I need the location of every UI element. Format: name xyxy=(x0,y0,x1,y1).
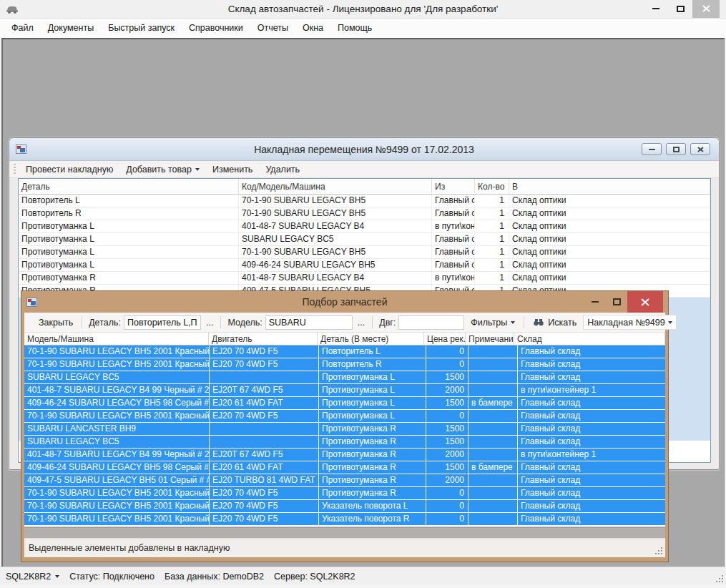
column-header[interactable]: Модель/Машина xyxy=(24,333,209,346)
table-cell: 1500 xyxy=(426,423,468,435)
table-cell: 401-48-7 SUBARU LEGACY B4 xyxy=(239,220,432,233)
column-header[interactable]: Примечание xyxy=(466,333,514,346)
table-cell: Противотуманка L xyxy=(319,397,426,409)
table-cell: Противотуманка L xyxy=(19,233,239,246)
picker-titlebar[interactable]: Подбор запчастей xyxy=(21,291,668,313)
table-row[interactable]: 70-1-90 SUBARU LEGACY BH5 2001 Красный #… xyxy=(24,487,665,499)
server-selector-dropdown[interactable]: SQL2K8R2 xyxy=(6,572,59,582)
invoice-toolbar: Провести накладную Добавить товар Измени… xyxy=(9,161,719,178)
minimize-button[interactable] xyxy=(644,0,668,18)
table-cell: 70-1-90 SUBARU LEGACY BH5 2001 Красный #… xyxy=(24,410,209,422)
menu-item[interactable]: Помощь xyxy=(330,19,379,38)
table-row[interactable]: Противотуманка LSUBARU LEGACY BC5Главный… xyxy=(19,233,710,246)
table-row[interactable]: Противотуманка L401-48-7 SUBARU LEGACY B… xyxy=(19,220,710,233)
close-icon xyxy=(697,147,704,152)
column-header[interactable]: Цена рек. xyxy=(424,333,466,346)
table-cell: Главный склад xyxy=(518,513,665,525)
maximize-button[interactable] xyxy=(668,0,692,18)
menu-item[interactable]: Файл xyxy=(4,19,41,38)
column-header[interactable]: Кол-во xyxy=(475,179,509,195)
table-cell: Главный склад xyxy=(518,346,665,358)
detail-browse-button[interactable]: ... xyxy=(201,315,218,330)
table-row[interactable]: 70-1-90 SUBARU LEGACY BH5 2001 Красный #… xyxy=(24,358,665,371)
table-row[interactable]: 70-1-90 SUBARU LEGACY BH5 2001 Красный #… xyxy=(24,513,665,525)
toolbar-separator xyxy=(372,316,373,328)
table-row[interactable]: 409-46-24 SUBARU LEGACY BH5 98 Серый # #… xyxy=(24,461,665,474)
column-header[interactable]: Код/Модель/Машина xyxy=(239,179,432,195)
detail-input[interactable] xyxy=(124,315,201,330)
chevron-down-icon xyxy=(55,575,59,578)
table-row[interactable]: SUBARU LEGACY BC5Противотуманка L1500Гла… xyxy=(24,371,665,383)
table-row[interactable]: 409-46-24 SUBARU LEGACY BH5 98 Серый # #… xyxy=(24,397,665,409)
add-item-button[interactable]: Добавить товар xyxy=(119,162,206,177)
table-cell: 1500 xyxy=(426,436,468,448)
invoice-restore-button[interactable] xyxy=(666,143,686,155)
table-cell: Противотуманка L xyxy=(319,371,426,383)
table-row[interactable]: Повторитель R70-1-90 SUBARU LEGACY BH5Гл… xyxy=(19,207,710,220)
post-invoice-button[interactable]: Провести накладную xyxy=(19,162,119,177)
close-button[interactable] xyxy=(692,0,720,18)
table-cell: 409-46-24 SUBARU LEGACY BH5 98 Серый # # xyxy=(24,397,209,409)
picker-status-text: Выделенные элементы добавлены в накладну… xyxy=(29,543,230,553)
column-header[interactable]: Деталь (В месте) xyxy=(318,333,424,346)
engine-input[interactable] xyxy=(398,315,464,330)
table-cell: 1 xyxy=(475,195,509,207)
delete-button[interactable]: Удалить xyxy=(259,162,306,177)
table-cell: 409-47-5 SUBARU LEGACY BH5 01 Серый # # xyxy=(24,474,209,486)
menu-item[interactable]: Отчеты xyxy=(250,19,295,38)
invoice-close-button[interactable] xyxy=(690,143,710,155)
table-row[interactable]: Противотуманка L70-1-90 SUBARU LEGACY BH… xyxy=(19,246,710,259)
picker-body: Закрыть Деталь: ... Модель: ... Двг: Фил… xyxy=(24,313,665,557)
picker-minimize-button[interactable] xyxy=(584,291,606,313)
table-row[interactable]: Противотуманка R401-48-7 SUBARU LEGACY B… xyxy=(19,272,710,285)
table-cell: Склад оптики xyxy=(509,259,710,272)
invoice-titlebar[interactable]: Накладная перемещения №9499 от 17.02.201… xyxy=(9,138,719,161)
resize-grip-icon[interactable] xyxy=(722,581,723,582)
toolbar-grip[interactable] xyxy=(14,164,16,175)
menu-item[interactable]: Быстрый запуск xyxy=(101,19,182,38)
model-browse-button[interactable]: ... xyxy=(353,315,370,330)
table-row[interactable]: 70-1-90 SUBARU LEGACY BH5 2001 Красный #… xyxy=(24,410,665,422)
column-header[interactable]: Склад xyxy=(514,333,665,346)
horizontal-scrollbar[interactable] xyxy=(24,527,665,538)
table-row[interactable]: 401-48-7 SUBARU LEGACY B4 99 Черный # 2 … xyxy=(24,384,665,396)
search-button[interactable]: Искать xyxy=(526,315,583,330)
minimize-icon xyxy=(592,301,599,303)
table-cell: Главный ск xyxy=(432,246,475,259)
invoice-table-header: ДетальКод/Модель/МашинаИзКол-воВ xyxy=(19,179,710,195)
table-cell: в пути\контейнер 1 xyxy=(518,384,665,396)
menu-item[interactable]: Документы xyxy=(41,19,101,38)
table-cell: Главный ск xyxy=(432,233,475,246)
table-cell: Противотуманка L xyxy=(319,410,426,422)
table-cell: EJ20 70 4WD F5 xyxy=(210,513,318,525)
column-header[interactable]: В xyxy=(509,179,710,195)
table-row[interactable]: SUBARU LANCASTER BH9Противотуманка R1500… xyxy=(24,423,665,435)
table-row[interactable]: 409-47-5 SUBARU LEGACY BH5 01 Серый # #E… xyxy=(24,474,665,486)
table-cell: Противотуманка R xyxy=(319,423,426,435)
filters-button[interactable]: Фильтры xyxy=(464,315,521,330)
table-cell: 1500 xyxy=(426,397,468,409)
column-header[interactable]: Из xyxy=(432,179,475,195)
invoice-selector-combobox[interactable]: Накладная №9499 xyxy=(583,315,676,330)
table-cell: Главный ск xyxy=(432,195,475,207)
model-input[interactable] xyxy=(265,315,353,330)
maximize-icon xyxy=(677,6,685,12)
column-header[interactable]: Деталь xyxy=(19,179,239,195)
table-row[interactable]: 70-1-90 SUBARU LEGACY BH5 2001 Красный #… xyxy=(24,500,665,512)
table-cell: Противотуманка L xyxy=(19,259,239,272)
table-row[interactable]: SUBARU LEGACY BC5Противотуманка R1500Гла… xyxy=(24,436,665,448)
picker-close-button[interactable] xyxy=(627,291,663,313)
table-row[interactable]: 70-1-90 SUBARU LEGACY BH5 2001 Красный #… xyxy=(24,346,665,358)
table-row[interactable]: Противотуманка L409-46-24 SUBARU LEGACY … xyxy=(19,259,710,272)
table-row[interactable]: Повторитель L70-1-90 SUBARU LEGACY BH5Гл… xyxy=(19,195,710,207)
resize-grip-icon[interactable] xyxy=(661,553,662,554)
close-picker-button[interactable]: Закрыть xyxy=(32,315,79,330)
table-row[interactable]: 401-48-7 SUBARU LEGACY B4 99 Черный # 2 … xyxy=(24,449,665,461)
edit-button[interactable]: Изменить xyxy=(206,162,259,177)
table-cell: EJ20 70 4WD F5 xyxy=(210,346,318,358)
column-header[interactable]: Двигатель xyxy=(209,333,318,346)
invoice-minimize-button[interactable] xyxy=(642,143,662,155)
menu-item[interactable]: Справочники xyxy=(182,19,250,38)
picker-maximize-button[interactable] xyxy=(606,291,627,313)
menu-item[interactable]: Окна xyxy=(295,19,330,38)
